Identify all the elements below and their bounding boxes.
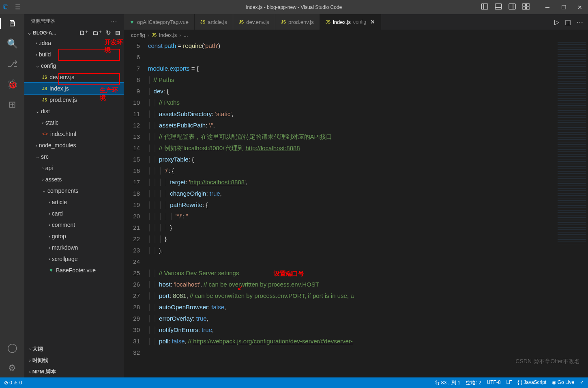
- folder-config[interactable]: ⌄config: [24, 60, 124, 71]
- vscode-logo-icon: ⧉: [3, 3, 9, 11]
- file-dev.env.js[interactable]: JSdev.env.js: [24, 71, 124, 83]
- debug-icon[interactable]: 🐞: [7, 79, 18, 90]
- tab-ogAllCategoryTag.vue[interactable]: ▼ogAllCategoryTag.vue: [124, 14, 195, 30]
- folder-build[interactable]: ›build: [24, 49, 124, 60]
- folder-assets[interactable]: ›assets: [24, 174, 124, 185]
- status-item[interactable]: 行 83，列 1: [435, 379, 461, 386]
- svg-rect-8: [523, 7, 526, 9]
- svg-rect-7: [526, 4, 529, 6]
- more-icon[interactable]: ⋯: [577, 18, 583, 26]
- activity-bar: 🗎 🔍 ⎇ 🐞 ⊞ ◯ ⚙: [0, 14, 24, 377]
- close-icon[interactable]: ✕: [575, 4, 585, 11]
- tab-index.js[interactable]: JSindex.js config✕: [320, 14, 381, 30]
- split-icon[interactable]: ◫: [565, 18, 571, 26]
- line-numbers: 5678910111213141516171819202122232425262…: [124, 40, 148, 377]
- breadcrumb[interactable]: config› JS index.js› ...: [124, 30, 588, 40]
- minimap[interactable]: [556, 40, 588, 377]
- folder-.idea[interactable]: ›.idea: [24, 37, 124, 49]
- sidebar: 资源管理器 ⋯ ⌄BLOG-A... 🗋⁺ 🗀⁺ ↻ ⊟ ›.idea›buil…: [24, 14, 124, 377]
- window-title: index.js - blog-app-new - Visual Studio …: [246, 4, 342, 10]
- svg-rect-9: [526, 7, 529, 9]
- settings-icon[interactable]: ⚙: [8, 363, 16, 373]
- maximize-icon[interactable]: ☐: [559, 4, 569, 11]
- folder-gotop[interactable]: ›gotop: [24, 231, 124, 242]
- layout-left-icon[interactable]: [481, 3, 488, 11]
- status-item[interactable]: { } JavaScript: [518, 379, 547, 386]
- folder-scrollpage[interactable]: ›scrollpage: [24, 253, 124, 265]
- annotation-arrow: ↙: [237, 282, 243, 293]
- status-item[interactable]: ◉ Go Live: [552, 379, 574, 386]
- file-index.js[interactable]: JSindex.js: [24, 83, 124, 94]
- sidebar-more-icon[interactable]: ⋯: [110, 17, 117, 26]
- tab-dev.env.js[interactable]: JSdev.env.js: [233, 14, 275, 30]
- folder-node_modules[interactable]: ›node_modules: [24, 140, 124, 151]
- folder-src[interactable]: ⌄src: [24, 151, 124, 162]
- run-icon[interactable]: ▷: [554, 18, 559, 26]
- file-tree: ›.idea›build⌄configJSdev.env.jsJSindex.j…: [24, 37, 124, 343]
- source-control-icon[interactable]: ⎇: [7, 59, 17, 69]
- svg-rect-0: [481, 4, 488, 9]
- search-icon[interactable]: 🔍: [7, 39, 18, 49]
- tab-prod.env.js[interactable]: JSprod.env.js: [275, 14, 320, 30]
- file-BaseFooter.vue[interactable]: ▼BaseFooter.vue: [24, 265, 124, 276]
- folder-article[interactable]: ›article: [24, 196, 124, 208]
- new-file-icon[interactable]: 🗋⁺: [79, 29, 88, 37]
- status-item[interactable]: UTF-8: [487, 379, 501, 386]
- editor-tabs: ▼ogAllCategoryTag.vueJSarticle.jsJSdev.e…: [124, 14, 588, 30]
- watermark: CSDN @不拿Offer不改名: [515, 358, 580, 365]
- minimize-icon[interactable]: ─: [543, 4, 552, 11]
- explorer-icon[interactable]: 🗎: [0, 18, 24, 29]
- main-editor-area: ▼ogAllCategoryTag.vueJSarticle.jsJSdev.e…: [124, 14, 588, 377]
- folder-comment[interactable]: ›comment: [24, 219, 124, 231]
- folder-card[interactable]: ›card: [24, 208, 124, 219]
- status-item[interactable]: ⊘ 0 ⚠ 0: [4, 380, 22, 386]
- new-folder-icon[interactable]: 🗀⁺: [92, 29, 102, 37]
- folder-markdown[interactable]: ›markdown: [24, 242, 124, 253]
- layout-grid-icon[interactable]: [522, 3, 530, 11]
- status-item[interactable]: LF: [506, 379, 512, 386]
- account-icon[interactable]: ◯: [7, 343, 17, 353]
- sidebar-section[interactable]: ›大纲: [24, 343, 124, 355]
- folder-static[interactable]: ›static: [24, 117, 124, 128]
- code-editor[interactable]: 5678910111213141516171819202122232425262…: [124, 40, 588, 377]
- layout-right-icon[interactable]: [509, 3, 516, 11]
- code-content[interactable]: const path = require('path') module.expo…: [148, 40, 556, 377]
- menu-icon[interactable]: ☰: [15, 3, 21, 11]
- status-item[interactable]: 空格: 2: [466, 379, 481, 386]
- extensions-icon[interactable]: ⊞: [9, 99, 16, 110]
- folder-api[interactable]: ›api: [24, 162, 124, 174]
- svg-rect-4: [509, 4, 515, 9]
- layout-bottom-icon[interactable]: [495, 3, 502, 11]
- sidebar-section[interactable]: ›NPM 脚本: [24, 366, 124, 377]
- folder-dist[interactable]: ⌄dist: [24, 106, 124, 117]
- svg-rect-2: [495, 4, 502, 9]
- file-prod.env.js[interactable]: JSprod.env.js: [24, 94, 124, 106]
- tab-article.js[interactable]: JSarticle.js: [195, 14, 233, 30]
- collapse-icon[interactable]: ⊟: [115, 29, 120, 37]
- svg-rect-6: [523, 4, 526, 6]
- status-item[interactable]: ✓: [580, 379, 584, 386]
- refresh-icon[interactable]: ↻: [106, 29, 111, 37]
- statusbar: ⊘ 0 ⚠ 0 行 83，列 1空格: 2UTF-8LF{ } JavaScri…: [0, 377, 588, 388]
- titlebar: ⧉ ☰ index.js - blog-app-new - Visual Stu…: [0, 0, 588, 14]
- sidebar-section[interactable]: ›时间线: [24, 355, 124, 366]
- explorer-toolbar[interactable]: ⌄BLOG-A... 🗋⁺ 🗀⁺ ↻ ⊟: [24, 28, 124, 37]
- file-index.html[interactable]: <>index.html: [24, 128, 124, 140]
- sidebar-title: 资源管理器: [31, 18, 55, 25]
- folder-components[interactable]: ⌄components: [24, 185, 124, 196]
